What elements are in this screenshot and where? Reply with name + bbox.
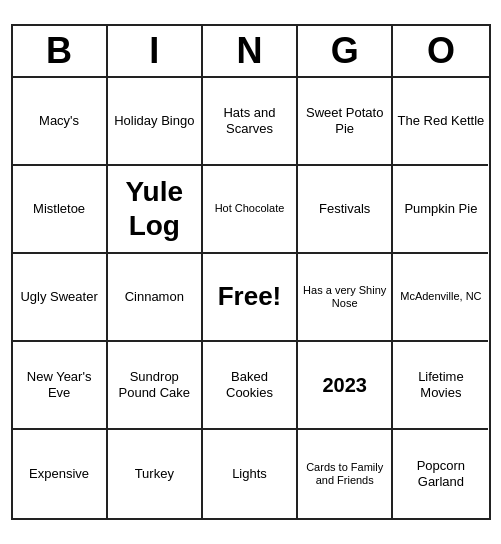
header-letter: I [108, 26, 203, 76]
bingo-cell-13: Has a very Shiny Nose [298, 254, 393, 342]
bingo-cell-7: Hot Chocolate [203, 166, 298, 254]
bingo-cell-23: Cards to Family and Friends [298, 430, 393, 518]
bingo-cell-11: Cinnamon [108, 254, 203, 342]
bingo-cell-0: Macy's [13, 78, 108, 166]
bingo-cell-17: Baked Cookies [203, 342, 298, 430]
bingo-card: BINGO Macy'sHoliday BingoHats and Scarve… [11, 24, 491, 520]
bingo-cell-18: 2023 [298, 342, 393, 430]
header-letter: B [13, 26, 108, 76]
bingo-cell-16: Sundrop Pound Cake [108, 342, 203, 430]
bingo-grid: Macy'sHoliday BingoHats and ScarvesSweet… [13, 78, 489, 518]
bingo-cell-2: Hats and Scarves [203, 78, 298, 166]
bingo-cell-4: The Red Kettle [393, 78, 488, 166]
bingo-cell-1: Holiday Bingo [108, 78, 203, 166]
bingo-cell-10: Ugly Sweater [13, 254, 108, 342]
bingo-cell-3: Sweet Potato Pie [298, 78, 393, 166]
bingo-cell-14: McAdenville, NC [393, 254, 488, 342]
bingo-cell-20: Expensive [13, 430, 108, 518]
bingo-cell-9: Pumpkin Pie [393, 166, 488, 254]
bingo-cell-8: Festivals [298, 166, 393, 254]
bingo-cell-21: Turkey [108, 430, 203, 518]
header-letter: O [393, 26, 488, 76]
bingo-cell-15: New Year's Eve [13, 342, 108, 430]
bingo-cell-22: Lights [203, 430, 298, 518]
bingo-cell-12: Free! [203, 254, 298, 342]
bingo-cell-19: Lifetime Movies [393, 342, 488, 430]
bingo-cell-6: Yule Log [108, 166, 203, 254]
header-letter: G [298, 26, 393, 76]
bingo-cell-24: Popcorn Garland [393, 430, 488, 518]
bingo-cell-5: Mistletoe [13, 166, 108, 254]
bingo-header: BINGO [13, 26, 489, 78]
header-letter: N [203, 26, 298, 76]
